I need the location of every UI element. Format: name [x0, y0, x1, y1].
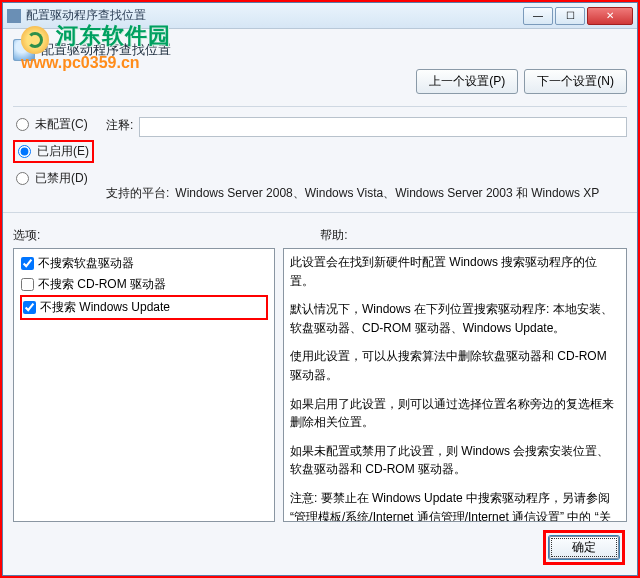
checkbox-no-wu-input[interactable] — [23, 301, 36, 314]
platform-row: 支持的平台: Windows Server 2008、Windows Vista… — [106, 185, 627, 202]
dialog-actions: 确定 — [13, 524, 627, 565]
checkbox-no-wu-label: 不搜索 Windows Update — [40, 299, 170, 316]
platform-label: 支持的平台: — [106, 185, 169, 202]
policy-icon — [13, 39, 35, 61]
right-of-radio: 注释: 支持的平台: Windows Server 2008、Windows V… — [106, 115, 627, 206]
help-p4: 如果启用了此设置，则可以通过选择位置名称旁边的复选框来删除相关位置。 — [290, 395, 620, 432]
checkbox-no-cdrom-label: 不搜索 CD-ROM 驱动器 — [38, 276, 166, 293]
minimize-button[interactable]: — — [523, 7, 553, 25]
help-p1: 此设置会在找到新硬件时配置 Windows 搜索驱动程序的位置。 — [290, 253, 620, 290]
radio-not-configured[interactable]: 未配置(C) — [13, 115, 94, 134]
radio-not-configured-input[interactable] — [16, 118, 29, 131]
annotation-label: 注释: — [106, 117, 133, 137]
checkbox-no-cdrom[interactable]: 不搜索 CD-ROM 驱动器 — [20, 274, 268, 295]
radio-enabled[interactable]: 已启用(E) — [13, 140, 94, 163]
checkbox-no-floppy-input[interactable] — [21, 257, 34, 270]
platform-value: Windows Server 2008、Windows Vista、Window… — [175, 185, 599, 202]
radio-disabled[interactable]: 已禁用(D) — [13, 169, 94, 188]
mid-divider — [3, 212, 637, 213]
radio-disabled-label: 已禁用(D) — [35, 170, 88, 187]
checkbox-no-floppy[interactable]: 不搜索软盘驱动器 — [20, 253, 268, 274]
radio-not-configured-label: 未配置(C) — [35, 116, 88, 133]
help-label: 帮助: — [320, 227, 347, 244]
panes-header: 选项: 帮助: — [13, 227, 627, 244]
ok-button[interactable]: 确定 — [549, 536, 619, 559]
heading: 配置驱动程序查找位置 — [13, 39, 627, 61]
radio-disabled-input[interactable] — [16, 172, 29, 185]
options-pane: 不搜索软盘驱动器 不搜索 CD-ROM 驱动器 不搜索 Windows Upda… — [13, 248, 275, 522]
heading-text: 配置驱动程序查找位置 — [41, 41, 171, 59]
options-label: 选项: — [13, 227, 40, 244]
dialog-window: 配置驱动程序查找位置 — ☐ ✕ 配置驱动程序查找位置 上一个设置(P) 下一个… — [2, 2, 638, 576]
help-p6: 注意: 要禁止在 Windows Update 中搜索驱动程序，另请参阅 “管理… — [290, 489, 620, 522]
prev-setting-button[interactable]: 上一个设置(P) — [416, 69, 518, 94]
maximize-button[interactable]: ☐ — [555, 7, 585, 25]
panes-row: 不搜索软盘驱动器 不搜索 CD-ROM 驱动器 不搜索 Windows Upda… — [13, 248, 627, 524]
annotation-row: 注释: — [106, 117, 627, 137]
client-area: 配置驱动程序查找位置 上一个设置(P) 下一个设置(N) 未配置(C) 已启用(… — [3, 29, 637, 575]
annotation-textbox[interactable] — [139, 117, 627, 137]
help-p3: 使用此设置，可以从搜索算法中删除软盘驱动器和 CD-ROM 驱动器。 — [290, 347, 620, 384]
next-setting-button[interactable]: 下一个设置(N) — [524, 69, 627, 94]
window-buttons: — ☐ ✕ — [523, 7, 633, 25]
divider — [13, 106, 627, 107]
window-title: 配置驱动程序查找位置 — [26, 7, 146, 24]
ok-highlight: 确定 — [543, 530, 625, 565]
checkbox-no-cdrom-input[interactable] — [21, 278, 34, 291]
help-pane[interactable]: 此设置会在找到新硬件时配置 Windows 搜索驱动程序的位置。 默认情况下，W… — [283, 248, 627, 522]
app-icon — [7, 9, 21, 23]
titlebar: 配置驱动程序查找位置 — ☐ ✕ — [3, 3, 637, 29]
checkbox-no-windows-update[interactable]: 不搜索 Windows Update — [20, 295, 268, 320]
close-button[interactable]: ✕ — [587, 7, 633, 25]
radio-enabled-input[interactable] — [18, 145, 31, 158]
radio-enabled-label: 已启用(E) — [37, 143, 89, 160]
navigation-buttons: 上一个设置(P) 下一个设置(N) — [13, 69, 627, 94]
help-p5: 如果未配置或禁用了此设置，则 Windows 会搜索安装位置、软盘驱动器和 CD… — [290, 442, 620, 479]
radio-column: 未配置(C) 已启用(E) 已禁用(D) — [13, 115, 94, 188]
checkbox-no-floppy-label: 不搜索软盘驱动器 — [38, 255, 134, 272]
state-radio-section: 未配置(C) 已启用(E) 已禁用(D) 注释: 支持的平台: — [13, 115, 627, 206]
help-p2: 默认情况下，Windows 在下列位置搜索驱动程序: 本地安装、软盘驱动器、CD… — [290, 300, 620, 337]
